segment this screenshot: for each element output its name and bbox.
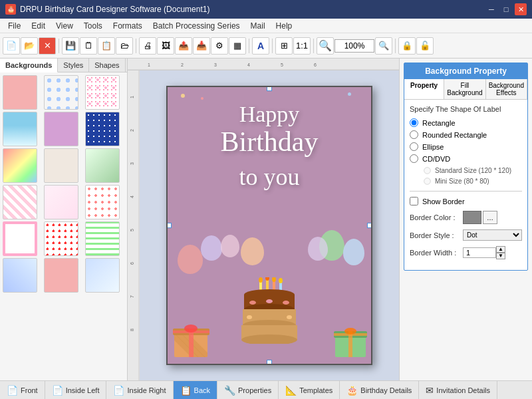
backgrounds-grid xyxy=(3,75,124,293)
actual-size-button[interactable]: 1:1 xyxy=(293,37,311,55)
border-style-select[interactable]: None Solid Dot Dash DashDot xyxy=(463,229,522,241)
zoom-out-button[interactable]: 🔍 xyxy=(375,37,392,55)
export-button[interactable]: 📤 xyxy=(175,37,192,55)
bg-item-11[interactable] xyxy=(44,185,78,219)
cd-mini-row: Mini Size (80 * 80) xyxy=(423,177,522,186)
selection-handle-left xyxy=(166,223,172,228)
save-button[interactable]: 💾 xyxy=(62,37,79,55)
svg-point-34 xyxy=(266,299,273,303)
prop-tab-effects[interactable]: Background Effects xyxy=(486,79,527,99)
svg-point-22 xyxy=(259,277,263,283)
open-button[interactable]: 📂 xyxy=(21,37,38,55)
bg-item-12[interactable] xyxy=(85,185,120,219)
bg-item-13[interactable] xyxy=(3,221,37,256)
bg-item-18[interactable] xyxy=(85,258,120,293)
tab-birthday-details[interactable]: 🎂 Birthday Details xyxy=(340,381,419,399)
menubar: File Edit View Tools Formats Batch Proce… xyxy=(0,19,532,33)
bg-item-6[interactable] xyxy=(85,112,120,146)
open-folder-button[interactable]: 🗁 xyxy=(116,37,133,55)
bg-item-9[interactable] xyxy=(85,148,120,183)
svg-text:5: 5 xyxy=(130,229,134,231)
svg-text:4: 4 xyxy=(247,63,250,67)
border-width-label: Border Width : xyxy=(410,249,463,257)
bg-item-10[interactable] xyxy=(3,185,37,219)
bg-item-15[interactable] xyxy=(85,221,120,256)
title-text: 🎂 DRPU Birthday Card Designer Software (… xyxy=(5,4,209,15)
shape-cddvd-label: CD/DVD xyxy=(422,155,450,163)
shape-rounded-radio[interactable] xyxy=(410,130,418,139)
file-tools: 📄 📂 ✕ xyxy=(3,37,56,55)
bg-item-17[interactable] xyxy=(44,258,78,293)
bg-item-16[interactable] xyxy=(3,258,37,293)
lock-button[interactable]: 🔒 xyxy=(398,37,416,55)
bg-item-4[interactable] xyxy=(3,112,37,146)
canvas-area[interactable]: 1 2 3 4 5 6 1 2 3 4 5 6 7 8 xyxy=(128,59,399,380)
menu-help[interactable]: Help xyxy=(271,20,298,32)
save-all-button[interactable]: 🗒 xyxy=(80,37,97,55)
tab-back[interactable]: 📋 Back xyxy=(174,381,217,399)
bg-item-7[interactable] xyxy=(3,148,37,183)
new-button[interactable]: 📄 xyxy=(3,37,20,55)
print-preview-button[interactable]: 🖼 xyxy=(157,37,174,55)
bg-item-8[interactable] xyxy=(44,148,78,183)
menu-edit[interactable]: Edit xyxy=(26,20,51,32)
show-border-checkbox[interactable] xyxy=(410,197,418,205)
cd-mini-radio[interactable] xyxy=(424,178,430,184)
bg-item-2[interactable] xyxy=(44,75,78,110)
menu-tools[interactable]: Tools xyxy=(78,20,108,32)
menu-batch[interactable]: Batch Processing Series xyxy=(148,20,245,32)
minimize-button[interactable]: ─ xyxy=(485,3,497,15)
menu-formats[interactable]: Formats xyxy=(108,20,148,32)
properties-button[interactable]: 📋 xyxy=(98,37,115,55)
shape-ellipse-radio[interactable] xyxy=(410,142,418,151)
bg-item-1[interactable] xyxy=(3,75,37,110)
balloon-center xyxy=(241,237,264,265)
ruler-left: 1 2 3 4 5 6 7 8 xyxy=(128,70,140,380)
grid-button[interactable]: ⊞ xyxy=(275,37,293,55)
bg-item-14[interactable] xyxy=(44,221,78,256)
tab-properties[interactable]: 🔧 Properties xyxy=(217,381,279,399)
unlock-button[interactable]: 🔓 xyxy=(416,37,434,55)
shape-cddvd-radio[interactable] xyxy=(410,154,418,163)
tab-backgrounds[interactable]: Backgrounds xyxy=(0,59,58,72)
barcode-button[interactable]: ▦ xyxy=(229,37,246,55)
tab-templates[interactable]: 📐 Templates xyxy=(279,381,340,399)
border-width-up[interactable]: ▲ xyxy=(496,246,505,253)
shape-rectangle-radio[interactable] xyxy=(410,118,418,127)
maximize-button[interactable]: □ xyxy=(500,3,512,15)
cd-standard-radio[interactable] xyxy=(424,167,430,174)
tab-inside-right[interactable]: 📄 Inside Right xyxy=(106,381,173,399)
card-canvas[interactable]: Happy Birthday to you xyxy=(166,86,372,365)
bg-item-3[interactable] xyxy=(85,75,120,110)
cd-standard-row: Standard Size (120 * 120) xyxy=(423,166,522,175)
zoom-in-button[interactable]: 🔍 xyxy=(317,37,334,55)
menu-file[interactable]: File xyxy=(3,20,26,32)
menu-view[interactable]: View xyxy=(51,20,78,32)
border-color-button[interactable]: … xyxy=(483,211,497,224)
svg-text:4: 4 xyxy=(130,196,134,198)
border-color-box[interactable] xyxy=(463,211,481,224)
menu-mail[interactable]: Mail xyxy=(245,20,271,32)
batch-button[interactable]: ⚙ xyxy=(211,37,228,55)
zoom-input[interactable]: 100% xyxy=(334,39,374,53)
tab-shapes[interactable]: Shapes xyxy=(89,59,125,72)
bg-item-5[interactable] xyxy=(44,112,78,146)
tab-back-label: Back xyxy=(194,386,210,394)
lock-tools: 🔒 🔓 xyxy=(398,37,434,55)
app-icon: 🎂 xyxy=(5,4,16,15)
prop-tab-fill[interactable]: Fill Background xyxy=(444,79,485,99)
close-button[interactable]: ✕ xyxy=(515,3,527,15)
tab-styles[interactable]: Styles xyxy=(58,59,89,72)
text-button[interactable]: A xyxy=(252,37,269,55)
prop-tab-property[interactable]: Property xyxy=(404,79,444,99)
tab-inside-left[interactable]: 📄 Inside Left xyxy=(45,381,107,399)
tab-front[interactable]: 📄 Front xyxy=(0,381,45,399)
bg-property: Background Property Property Fill Backgr… xyxy=(404,63,528,271)
tab-invitation-icon: ✉ xyxy=(426,385,434,396)
border-width-input[interactable]: 1 xyxy=(463,247,496,258)
border-width-down[interactable]: ▼ xyxy=(496,253,505,259)
import-button[interactable]: 📥 xyxy=(193,37,210,55)
print-button[interactable]: 🖨 xyxy=(139,37,156,55)
tab-invitation-details[interactable]: ✉ Invitation Details xyxy=(419,381,497,399)
close-file-button[interactable]: ✕ xyxy=(39,37,56,55)
